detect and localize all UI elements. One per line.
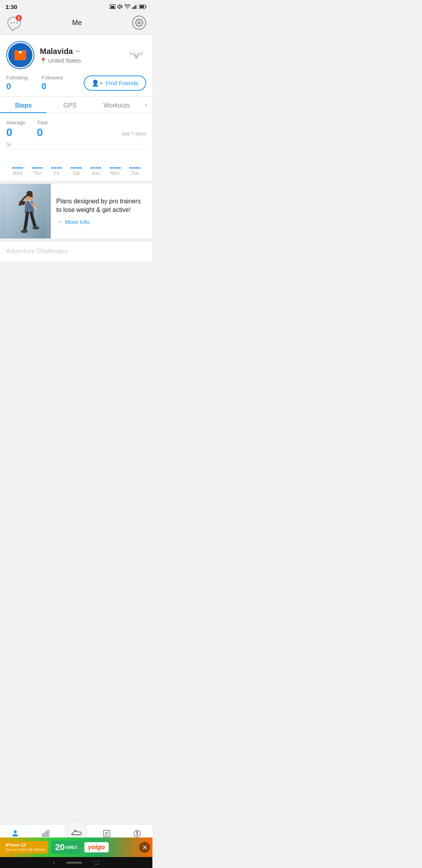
svg-rect-1 bbox=[111, 6, 114, 8]
status-icons bbox=[109, 4, 147, 9]
wifi-icon bbox=[124, 4, 131, 9]
bar-label-wed: Wed bbox=[13, 170, 22, 176]
average-label: Average bbox=[6, 120, 25, 126]
tab-gps[interactable]: GPS bbox=[46, 97, 93, 113]
badge-icon bbox=[127, 49, 146, 62]
more-info-link[interactable]: → More Info bbox=[56, 218, 147, 225]
bar-dash-tue bbox=[129, 167, 140, 169]
tab-steps[interactable]: Steps bbox=[0, 97, 46, 113]
profile-name-row: Malavida ✏ bbox=[40, 47, 121, 56]
wings-badge bbox=[127, 49, 146, 61]
following-label: Following bbox=[6, 75, 41, 81]
following-value: 0 bbox=[6, 81, 41, 91]
bar-label-sun: Sun bbox=[91, 170, 100, 176]
promo-title: Plans designed by pro trainers to lose w… bbox=[56, 197, 147, 215]
settings-icon bbox=[135, 18, 143, 27]
svg-point-20 bbox=[32, 226, 39, 230]
profile-section: Malavida ✏ 📍 United States Following 0 F… bbox=[0, 35, 152, 97]
svg-rect-5 bbox=[135, 5, 136, 9]
svg-point-19 bbox=[21, 230, 28, 233]
avatar-logo bbox=[11, 45, 30, 65]
bar-sun: Sun bbox=[86, 167, 106, 176]
social-stats: Following 0 Followers 0 👤+ Find Friends bbox=[6, 75, 146, 91]
chart-baseline bbox=[6, 149, 146, 149]
edit-icon[interactable]: ✏ bbox=[76, 48, 80, 54]
steps-stats-row: Average 0 Total 0 last 7 days bbox=[6, 120, 146, 139]
total-label: Total bbox=[37, 120, 47, 126]
top-navigation: 1 Me bbox=[0, 13, 152, 35]
bar-wed: Wed bbox=[8, 167, 27, 176]
arrow-right-icon: → bbox=[56, 218, 63, 225]
promo-image bbox=[0, 184, 51, 239]
tabs-section: Steps GPS Workouts › bbox=[0, 97, 152, 113]
promo-card: Plans designed by pro trainers to lose w… bbox=[0, 184, 152, 242]
tab-more-icon[interactable]: › bbox=[140, 100, 152, 113]
add-person-icon: 👤+ bbox=[91, 79, 103, 87]
svg-rect-9 bbox=[146, 6, 147, 7]
chart-y-axis: 5k bbox=[6, 142, 146, 147]
bar-mon: Mon bbox=[106, 167, 125, 176]
bar-dash-fri bbox=[51, 167, 62, 169]
svg-rect-4 bbox=[134, 6, 135, 9]
steps-content: Average 0 Total 0 last 7 days 5k Wed Thu… bbox=[0, 113, 152, 184]
mute-icon bbox=[117, 4, 123, 9]
status-time: 1:30 bbox=[5, 4, 17, 10]
find-friends-button[interactable]: 👤+ Find Friends bbox=[84, 75, 146, 91]
bar-dash-sat bbox=[71, 167, 82, 169]
cast-icon bbox=[109, 4, 116, 9]
followers-value: 0 bbox=[41, 81, 77, 91]
location-text: United States bbox=[48, 57, 81, 64]
signal-icon bbox=[132, 4, 138, 9]
bar-label-thu: Thu bbox=[33, 170, 41, 176]
adventure-section: Adventure Challenges bbox=[0, 242, 152, 261]
bar-label-tue: Tue bbox=[131, 170, 139, 176]
adventure-overlay bbox=[0, 246, 152, 261]
total-stat: Total 0 bbox=[37, 120, 47, 139]
svg-point-10 bbox=[138, 22, 140, 24]
profile-location: 📍 United States bbox=[40, 57, 121, 64]
bar-dash-sun bbox=[90, 167, 101, 169]
average-value: 0 bbox=[6, 126, 25, 139]
profile-info: Malavida ✏ 📍 United States bbox=[40, 47, 121, 64]
svg-rect-6 bbox=[137, 4, 138, 9]
find-friends-label: Find Friends bbox=[106, 80, 138, 86]
bar-dash-mon bbox=[110, 167, 121, 169]
following-block[interactable]: Following 0 bbox=[6, 75, 41, 91]
bar-tue: Tue bbox=[125, 167, 145, 176]
promo-text: Plans designed by pro trainers to lose w… bbox=[51, 184, 152, 239]
bar-fri: Fri bbox=[47, 167, 66, 176]
svg-rect-14 bbox=[18, 50, 23, 51]
settings-button[interactable] bbox=[132, 16, 146, 30]
svg-rect-3 bbox=[132, 7, 133, 9]
bars-area: Wed Thu Fri Sat Sun Mon bbox=[6, 152, 146, 176]
chat-button[interactable]: 1 bbox=[6, 15, 22, 30]
page-title: Me bbox=[72, 19, 82, 27]
bar-label-sat: Sat bbox=[73, 170, 80, 176]
avatar[interactable] bbox=[6, 41, 34, 69]
average-stat: Average 0 bbox=[6, 120, 25, 139]
bar-dash-thu bbox=[32, 167, 43, 169]
followers-label: Followers bbox=[41, 75, 77, 81]
bar-dash-wed bbox=[12, 167, 23, 169]
battery-icon bbox=[139, 4, 147, 9]
tabs-row: Steps GPS Workouts › bbox=[0, 97, 152, 113]
more-info-label: More Info bbox=[65, 219, 89, 225]
runner-illustration bbox=[4, 188, 47, 239]
period-label: last 7 days bbox=[122, 131, 146, 136]
chat-badge: 1 bbox=[16, 15, 22, 21]
total-value: 0 bbox=[37, 126, 47, 139]
location-icon: 📍 bbox=[40, 57, 46, 64]
profile-top: Malavida ✏ 📍 United States bbox=[6, 41, 146, 69]
bar-label-fri: Fri bbox=[54, 170, 59, 176]
chart-area: 5k Wed Thu Fri Sat Sun bbox=[6, 142, 146, 176]
status-bar: 1:30 bbox=[0, 0, 152, 13]
bar-sat: Sat bbox=[66, 167, 86, 176]
bar-label-mon: Mon bbox=[111, 170, 120, 176]
svg-rect-8 bbox=[140, 5, 144, 8]
chat-dots bbox=[11, 22, 18, 23]
bar-thu: Thu bbox=[27, 167, 47, 176]
tab-workouts[interactable]: Workouts bbox=[93, 97, 140, 113]
followers-block[interactable]: Followers 0 bbox=[41, 75, 77, 91]
profile-name: Malavida bbox=[40, 47, 73, 56]
